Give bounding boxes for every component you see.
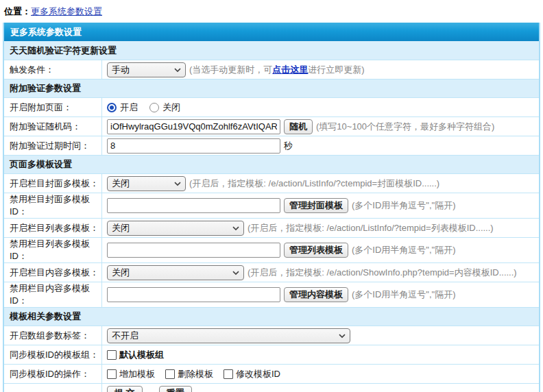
radio-off-label: 关闭	[162, 101, 180, 114]
delete-template-label: 删除模板	[178, 368, 213, 380]
chevron-down-icon	[174, 68, 181, 73]
modify-template-id-checkbox[interactable]: 修改模板ID	[224, 368, 280, 380]
panel-title: 更多系统参数设置	[4, 23, 539, 41]
chevron-down-icon	[232, 271, 239, 275]
click-here-link[interactable]: 点击这里	[272, 64, 308, 75]
checkbox-icon	[107, 350, 117, 360]
row-submit: 提 交 重置	[4, 383, 539, 392]
rand-code-label: 附加验证随机码：	[4, 117, 102, 136]
row-info-multi: 开启栏目内容多模板： 关闭 (开启后，指定模板: /e/action/ShowI…	[4, 262, 539, 282]
list-multi-hint: (开启后，指定模板: /e/action/ListInfo/?tempid=列表…	[248, 222, 494, 234]
expire-unit: 秒	[284, 140, 293, 152]
sync-group-label: 同步模板ID的模板组：	[4, 345, 102, 364]
row-cover-disable: 禁用栏目封面多模板ID： 管理封面模板 (多个ID用半角逗号","隔开)	[4, 193, 539, 218]
expire-input[interactable]	[107, 138, 280, 154]
cover-multi-label: 开启栏目封面多模板：	[4, 174, 102, 193]
array-tag-select[interactable]: 不开启	[107, 328, 350, 343]
info-disable-hint: (多个ID用半角逗号","隔开)	[352, 289, 456, 301]
cover-multi-select-value: 关闭	[112, 177, 130, 190]
list-multi-select-value: 关闭	[112, 222, 130, 234]
manage-cover-template-button[interactable]: 管理封面模板	[284, 198, 348, 213]
section-header-daily-update: 天天随机验证字符更新设置	[4, 41, 539, 60]
list-disable-hint: (多个ID用半角逗号","隔开)	[352, 244, 456, 256]
list-multi-select[interactable]: 关闭	[107, 221, 244, 236]
radio-off-icon	[149, 103, 159, 112]
add-template-label: 增加模板	[119, 368, 155, 380]
row-attach-page: 开启附加页面： 开启 关闭	[4, 97, 539, 117]
chevron-down-icon	[174, 182, 181, 186]
array-tag-select-value: 不开启	[112, 330, 138, 342]
cover-disable-input[interactable]	[107, 198, 280, 213]
expire-label: 附加验证过期时间：	[4, 136, 102, 155]
breadcrumb-prefix: 位置：	[4, 6, 31, 16]
attach-page-radio-on[interactable]: 开启	[107, 101, 138, 114]
breadcrumb: 位置：更多系统参数设置	[0, 0, 543, 23]
checkbox-icon	[107, 369, 117, 379]
info-disable-label: 禁用栏目内容多模板ID：	[4, 282, 102, 307]
settings-panel: 更多系统参数设置 天天随机验证字符更新设置 触发条件： 手动 (当选手动更新时，…	[3, 23, 540, 392]
list-disable-input[interactable]	[107, 243, 280, 258]
info-multi-hint: (开启后，指定模板: /e/action/ShowInfo.php?tempid…	[248, 267, 517, 279]
attach-page-label: 开启附加页面：	[4, 98, 102, 117]
row-expire-time: 附加验证过期时间： 秒	[4, 136, 539, 155]
submit-row-spacer	[4, 384, 102, 392]
row-sync-ops: 同步模板ID的操作： 增加模板 删除模板 修改模板ID	[4, 364, 539, 383]
info-disable-input[interactable]	[107, 287, 280, 302]
row-sync-group: 同步模板ID的模板组： 默认模板组	[4, 345, 539, 364]
section-header-multi-template: 页面多模板设置	[4, 155, 539, 173]
row-list-multi: 开启栏目列表多模板： 关闭 (开启后，指定模板: /e/action/ListI…	[4, 218, 539, 237]
chevron-down-icon	[339, 334, 346, 339]
list-disable-label: 禁用栏目列表多模板ID：	[4, 238, 102, 262]
cover-multi-hint: (开启后，指定模板: /e/action/ListInfo/?ctempid=封…	[189, 177, 439, 190]
modify-template-id-label: 修改模板ID	[236, 368, 280, 380]
random-button[interactable]: 随机	[284, 119, 313, 134]
chevron-down-icon	[232, 226, 239, 231]
trigger-hint: (当选手动更新时，可点击这里进行立即更新)	[189, 64, 365, 76]
reset-button[interactable]: 重置	[159, 386, 192, 392]
add-template-checkbox[interactable]: 增加模板	[107, 368, 155, 380]
default-template-group-label: 默认模板组	[119, 349, 164, 361]
default-template-group-checkbox[interactable]: 默认模板组	[107, 349, 164, 361]
trigger-select-value: 手动	[112, 64, 130, 76]
cover-disable-label: 禁用栏目封面多模板ID：	[4, 193, 102, 218]
section-header-template-params: 模板相关参数设置	[4, 307, 539, 326]
checkbox-icon	[224, 369, 233, 379]
row-cover-multi: 开启栏目封面多模板： 关闭 (开启后，指定模板: /e/action/ListI…	[4, 173, 539, 193]
row-info-disable: 禁用栏目内容多模板ID： 管理内容模板 (多个ID用半角逗号","隔开)	[4, 282, 539, 307]
row-list-disable: 禁用栏目列表多模板ID： 管理列表模板 (多个ID用半角逗号","隔开)	[4, 237, 539, 262]
radio-on-icon	[107, 103, 117, 112]
submit-button[interactable]: 提 交	[107, 386, 143, 392]
cover-disable-hint: (多个ID用半角逗号","隔开)	[352, 199, 456, 212]
info-multi-label: 开启栏目内容多模板：	[4, 263, 102, 282]
trigger-label: 触发条件：	[4, 60, 102, 79]
breadcrumb-link[interactable]: 更多系统参数设置	[31, 6, 102, 16]
manage-info-template-button[interactable]: 管理内容模板	[284, 287, 348, 302]
section-header-attach-verify: 附加验证参数设置	[4, 79, 539, 97]
attach-page-radio-off[interactable]: 关闭	[149, 101, 180, 114]
array-tag-label: 开启数组参数标签：	[4, 326, 102, 345]
info-multi-select-value: 关闭	[112, 267, 130, 279]
info-multi-select[interactable]: 关闭	[107, 265, 244, 280]
rand-code-hint: (填写10~100个任意字符，最好多种字符组合)	[316, 121, 494, 133]
cover-multi-select[interactable]: 关闭	[107, 176, 186, 191]
checkbox-icon	[165, 369, 175, 379]
trigger-select[interactable]: 手动	[107, 62, 186, 77]
list-multi-label: 开启栏目列表多模板：	[4, 219, 102, 237]
row-array-tag: 开启数组参数标签： 不开启	[4, 326, 539, 345]
row-rand-code: 附加验证随机码： 随机 (填写10~100个任意字符，最好多种字符组合)	[4, 117, 539, 136]
row-trigger-condition: 触发条件： 手动 (当选手动更新时，可点击这里进行立即更新)	[4, 60, 539, 79]
rand-code-input[interactable]	[107, 119, 280, 134]
manage-list-template-button[interactable]: 管理列表模板	[284, 243, 348, 258]
sync-ops-label: 同步模板ID的操作：	[4, 365, 102, 383]
radio-on-label: 开启	[120, 101, 138, 114]
delete-template-checkbox[interactable]: 删除模板	[165, 368, 213, 380]
